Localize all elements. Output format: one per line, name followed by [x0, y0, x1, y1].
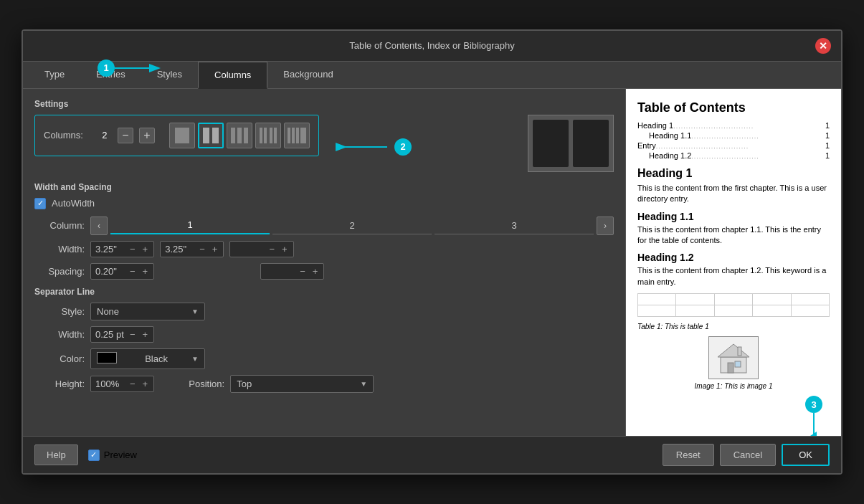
heading-1-text: This is the content from the first chapt… [637, 183, 830, 205]
sep-width-inc[interactable]: + [141, 329, 150, 340]
svg-rect-12 [288, 128, 290, 143]
help-button[interactable]: Help [34, 444, 78, 465]
column-prev-btn[interactable]: ‹ [90, 217, 108, 235]
width-inc-3[interactable]: + [280, 244, 289, 255]
settings-label: Settings [34, 99, 614, 109]
separator-section: Separator Line Style: None ▼ Width: 0.25… [34, 287, 614, 393]
svg-marker-18 [718, 344, 749, 357]
sep-width-dec[interactable]: − [128, 329, 137, 340]
style-dropdown[interactable]: None ▼ [90, 303, 205, 320]
tab-columns[interactable]: Columns [198, 62, 267, 89]
heading-1: Heading 1 [637, 167, 830, 180]
column-nav: ‹ 1 2 3 › [90, 217, 614, 235]
width-val-1: 3.25" [95, 244, 124, 255]
svg-rect-2 [175, 128, 189, 143]
columns-decrement[interactable]: − [118, 128, 133, 143]
color-dropdown[interactable]: Black ▼ [90, 348, 205, 369]
col-num-3[interactable]: 3 [435, 217, 594, 234]
toc-title: Table of Contents [637, 100, 830, 115]
toc-entry-4: Heading 1.2........................... 1 [637, 151, 830, 160]
spacing-val-1: 0.20" [95, 266, 124, 277]
svg-rect-6 [237, 128, 242, 143]
height-val: 100% [95, 379, 124, 389]
toc-entry-4-text: Heading 1.2........................... [649, 151, 759, 160]
preview-checkbox[interactable]: ✓ [88, 450, 100, 461]
cancel-button[interactable]: Cancel [720, 444, 776, 466]
color-row: Color: Black ▼ [34, 348, 614, 369]
col-icon-5[interactable] [284, 123, 310, 148]
column-next-btn[interactable]: › [597, 217, 614, 235]
sep-width-label: Width: [34, 329, 85, 340]
preview-col-1 [533, 120, 569, 167]
style-dropdown-arrow: ▼ [191, 308, 199, 315]
toc-entry-3-page: 1 [825, 141, 830, 150]
preview-label: Preview [104, 450, 137, 460]
style-label: Style: [34, 306, 85, 317]
svg-rect-21 [738, 347, 741, 356]
toc-entry-3-text: Entry...................................… [637, 141, 749, 150]
height-label: Height: [34, 379, 85, 389]
close-button[interactable]: ✕ [815, 38, 831, 54]
position-value: Top [237, 379, 252, 389]
spacing-inc-1[interactable]: + [141, 266, 150, 277]
width-dec-3[interactable]: − [267, 244, 276, 255]
toc-entry-1-page: 1 [825, 121, 830, 130]
col-icon-2[interactable] [198, 123, 224, 148]
col-num-2[interactable]: 2 [272, 217, 432, 234]
dialog: Table of Contents, Index or Bibliography… [22, 29, 842, 475]
columns-increment[interactable]: + [139, 128, 155, 143]
spacing-dec-2[interactable]: − [298, 266, 307, 277]
column-icons [169, 123, 310, 148]
image-box [708, 336, 759, 379]
width-spacing-label: Width and Spacing [34, 182, 614, 192]
heading-12-text: This is the content from chapter 1.2. Th… [637, 265, 830, 287]
columns-value: 2 [98, 130, 112, 141]
color-dropdown-arrow: ▼ [191, 355, 199, 363]
width-dec-2[interactable]: − [198, 244, 206, 255]
height-position-row: Height: 100% − + Position: Top ▼ [34, 375, 614, 393]
color-swatch [97, 352, 117, 363]
table-cell [714, 294, 752, 305]
columns-control: 2 − + [98, 128, 155, 143]
col-icon-3[interactable] [227, 123, 252, 148]
ok-button[interactable]: OK [782, 444, 830, 466]
svg-rect-20 [735, 361, 741, 367]
col-num-1[interactable]: 1 [110, 217, 270, 234]
toc-entry-2: Heading 1.1........................... 1 [637, 131, 830, 140]
settings-box: Columns: 2 − + [34, 115, 319, 156]
spacing-dec-1[interactable]: − [128, 266, 137, 277]
height-dec[interactable]: − [128, 379, 137, 389]
svg-rect-16 [303, 128, 306, 143]
width-inc-2[interactable]: + [211, 244, 219, 255]
width-val-2: 3.25" [165, 244, 194, 255]
spacing-field-2: − + [260, 263, 324, 280]
svg-rect-13 [292, 128, 295, 143]
width-inc-1[interactable]: + [141, 244, 150, 255]
table-cell [676, 294, 714, 305]
position-dropdown[interactable]: Top ▼ [230, 375, 374, 393]
title-bar: Table of Contents, Index or Bibliography… [23, 31, 841, 62]
table-caption: Table 1: This is table 1 [637, 323, 830, 331]
separator-label: Separator Line [34, 287, 614, 297]
svg-rect-15 [300, 128, 303, 143]
svg-rect-10 [270, 128, 272, 143]
reset-button[interactable]: Reset [663, 444, 714, 466]
position-label: Position: [174, 379, 224, 389]
autowidth-checkbox[interactable]: ✓ [34, 198, 46, 209]
tab-type[interactable]: Type [29, 62, 80, 88]
column-preview-image [528, 115, 614, 172]
svg-rect-8 [260, 128, 262, 143]
col-icon-1[interactable] [169, 123, 195, 148]
width-dec-1[interactable]: − [128, 244, 137, 255]
color-value: Black [145, 353, 168, 364]
sep-width-val: 0.25 pt [95, 329, 124, 340]
col-icon-4[interactable] [255, 123, 281, 148]
style-value: None [97, 306, 119, 317]
color-swatch-icon [97, 352, 121, 366]
svg-rect-4 [212, 128, 219, 143]
spacing-inc-2[interactable]: + [311, 266, 320, 277]
autowidth-label: AutoWidth [52, 198, 95, 209]
tab-background[interactable]: Background [267, 62, 348, 88]
footer-right: Reset Cancel OK [663, 444, 830, 466]
height-inc[interactable]: + [141, 379, 150, 389]
